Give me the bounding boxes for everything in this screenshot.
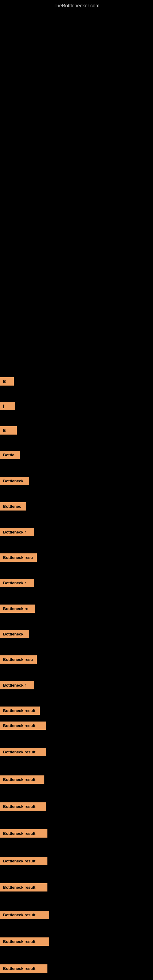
list-item: Bottleneck r <box>0 681 34 690</box>
bottleneck-result-label[interactable]: Bottleneck r <box>0 528 33 536</box>
list-item: Bottleneck result <box>0 937 49 946</box>
list-item: B <box>0 377 14 386</box>
bottleneck-result-label[interactable]: Bottleneck <box>0 630 29 638</box>
bottleneck-result-label[interactable]: Bottleneck result <box>0 802 46 811</box>
bottleneck-result-label[interactable]: Bottleneck result <box>0 857 48 865</box>
bottleneck-result-label[interactable]: Bottleneck resu <box>0 554 37 562</box>
list-item: Bottleneck r <box>0 527 33 537</box>
bottleneck-result-label[interactable]: Bottleneck re <box>0 605 35 613</box>
list-item: Bottlenec <box>0 502 26 511</box>
bottleneck-result-label[interactable]: Bottle <box>0 451 20 459</box>
list-item: Bottleneck re <box>0 604 35 613</box>
list-item: Bottleneck result <box>0 775 45 784</box>
bottleneck-result-label[interactable]: Bottleneck result <box>0 706 40 715</box>
list-item: Bottleneck resu <box>0 553 37 562</box>
list-item: Bottleneck result <box>0 964 48 973</box>
bottleneck-result-label[interactable]: Bottleneck result <box>0 722 46 730</box>
list-item: E <box>0 426 17 435</box>
list-item: Bottleneck result <box>0 883 48 892</box>
bottleneck-result-label[interactable]: Bottleneck resu <box>0 655 37 663</box>
list-item: Bottleneck result <box>0 706 40 715</box>
list-item: Bottleneck result <box>0 829 48 838</box>
list-item: Bottleneck <box>0 629 29 639</box>
bottleneck-result-label[interactable]: Bottleneck r <box>0 579 33 587</box>
bottleneck-result-label[interactable]: Bottlenec <box>0 502 26 511</box>
bottleneck-result-label[interactable]: Bottleneck result <box>0 829 48 838</box>
bottleneck-result-label[interactable]: Bottleneck result <box>0 883 48 891</box>
list-item: Bottleneck r <box>0 578 33 588</box>
bottleneck-result-label[interactable]: | <box>0 402 15 410</box>
list-item: Bottle <box>0 450 20 460</box>
list-item: Bottleneck result <box>0 802 46 811</box>
list-item: Bottleneck resu <box>0 655 37 664</box>
bottleneck-result-label[interactable]: Bottleneck result <box>0 748 46 756</box>
bottleneck-result-label[interactable]: E <box>0 426 17 434</box>
list-item: Bottleneck result <box>0 747 46 757</box>
bottleneck-result-label[interactable]: Bottleneck r <box>0 681 34 689</box>
bottleneck-result-label[interactable]: Bottleneck result <box>0 964 48 973</box>
site-title: TheBottlenecker.com <box>0 0 153 12</box>
bottleneck-result-label[interactable]: Bottleneck result <box>0 937 49 946</box>
list-item: Bottleneck result <box>0 910 49 920</box>
bottleneck-result-label[interactable]: Bottleneck result <box>0 775 45 784</box>
bottleneck-result-label[interactable]: Bottleneck result <box>0 911 49 919</box>
list-item: | <box>0 401 15 411</box>
list-item: Bottleneck result <box>0 856 48 866</box>
bottleneck-result-label[interactable]: Bottleneck <box>0 477 29 485</box>
list-item: Bottleneck result <box>0 721 46 730</box>
bottleneck-result-label[interactable]: B <box>0 377 14 385</box>
list-item: Bottleneck <box>0 476 29 486</box>
